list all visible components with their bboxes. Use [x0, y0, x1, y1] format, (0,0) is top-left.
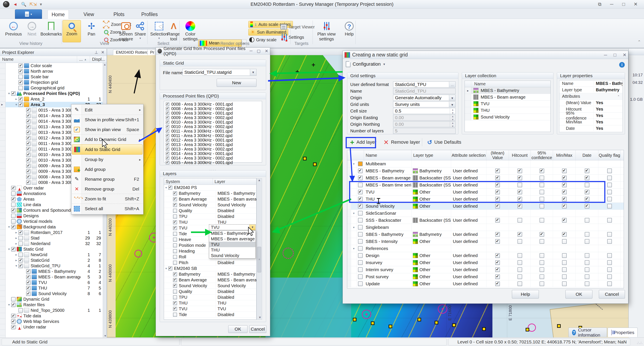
system-checkbox[interactable] — [173, 197, 177, 201]
expander-icon[interactable] — [351, 189, 357, 195]
layer-mapping-row[interactable]: Beam Average MBES - Beam average — [164, 196, 256, 202]
expander-icon[interactable]: ▾ — [7, 225, 11, 229]
range-tool-button[interactable]: ΛRange tool — [164, 20, 183, 43]
grid-layer-row[interactable]: TVU Other User defined — [347, 189, 624, 196]
visibility-checkbox[interactable] — [26, 158, 30, 163]
minmax-checkbox[interactable] — [562, 204, 567, 208]
file-checkbox[interactable] — [166, 134, 169, 138]
mean-value-checkbox[interactable] — [495, 274, 500, 279]
grid-layer-row[interactable]: ▾ Singlebeam — [347, 224, 624, 231]
mean-value-checkbox[interactable] — [495, 183, 500, 187]
dialog-title-bar[interactable]: Generate Grid from Processed Point files… — [156, 48, 270, 54]
cancel-button[interactable]: Cancel — [599, 290, 625, 299]
qpd-file-item[interactable]: 0009 - Area 3 300kHz - 0002.qpd — [166, 116, 262, 120]
context-menu-item[interactable]: Add to Static Grid — [72, 144, 142, 155]
help-button[interactable]: ?Help — [340, 20, 358, 43]
layer-checkbox[interactable] — [358, 204, 363, 208]
expander-icon[interactable]: ▸ — [14, 258, 18, 262]
visibility-checkbox[interactable] — [11, 91, 16, 96]
mean-value-checkbox[interactable] — [495, 204, 500, 208]
qpd-file-item[interactable]: 0012 - Area 3 300kHz - 0001.qpd — [166, 138, 262, 143]
visibility-checkbox[interactable] — [11, 303, 16, 307]
date-checkbox[interactable] — [585, 183, 590, 187]
qpd-file-item[interactable]: 0008 - Area 3 300kHz - 0002.qpd — [166, 107, 262, 111]
visibility-checkbox[interactable] — [11, 197, 16, 201]
system-checkbox[interactable] — [173, 238, 177, 242]
attribute-selection[interactable]: User defined — [451, 238, 486, 245]
minmax-checkbox[interactable] — [562, 183, 567, 187]
confidence95-checkbox[interactable] — [540, 197, 544, 201]
tree-row[interactable]: ▸ StaticGrid 2 8 — [6, 257, 103, 263]
visibility-checkbox[interactable] — [26, 275, 30, 279]
layer-mapping-row[interactable]: THU THU — [164, 300, 256, 306]
tree-row[interactable]: ▾ Processed Point files (QPD) — [6, 91, 103, 96]
attribute-row[interactable]: DateYes — [560, 125, 622, 132]
configuration-menu[interactable]: Configuration▼ — [346, 61, 386, 67]
qpd-file-item[interactable]: 0014 - Area 3 300kHz - 0002.qpd — [166, 156, 262, 160]
expander-icon[interactable] — [351, 168, 357, 174]
tree-row[interactable]: Under radar — [6, 324, 103, 330]
mean-value-checkbox[interactable] — [495, 267, 500, 272]
qpd-file-item[interactable]: 0009 - Area 3 300kHz - 0001.qpd — [166, 111, 262, 116]
field-side-control[interactable]: ▼ — [449, 95, 456, 101]
field-side-control[interactable]: ▲▼ — [450, 115, 456, 120]
layer-name[interactable]: SBES - Intensity — [364, 238, 412, 245]
file-name-combo[interactable]: StaticGrid_TPU.statgrid▼ — [182, 69, 256, 76]
minmax-checkbox[interactable] — [562, 232, 567, 237]
quality-flag-checkbox[interactable] — [607, 190, 612, 194]
minmax-checkbox[interactable] — [562, 175, 567, 180]
cursor-information-tab[interactable]: ?Cursor information — [568, 328, 607, 337]
quality-flag-checkbox[interactable] — [607, 253, 612, 258]
layer-checkbox[interactable] — [358, 218, 363, 223]
visibility-checkbox[interactable] — [11, 208, 16, 212]
layer-checkbox[interactable] — [358, 175, 363, 180]
date-checkbox[interactable] — [585, 190, 590, 194]
quality-flag-checkbox[interactable] — [607, 232, 612, 237]
visibility-checkbox[interactable] — [18, 63, 23, 68]
layer-value[interactable]: Disabled — [216, 260, 256, 265]
layer-mapping-row[interactable]: TPU Disabled — [164, 295, 256, 300]
system-checkbox[interactable] — [173, 278, 177, 282]
dropdown-option[interactable]: Sound Velocity — [209, 253, 256, 258]
layer-name[interactable]: Update — [364, 280, 412, 287]
date-checkbox[interactable] — [585, 218, 590, 223]
date-checkbox[interactable] — [585, 253, 590, 258]
dropdown-option[interactable]: MBES - Beam average — [209, 236, 256, 242]
quality-flag-checkbox[interactable] — [607, 267, 612, 272]
zoom-tool-button[interactable]: Zoom — [62, 20, 81, 42]
expander-icon[interactable]: ▾ — [14, 103, 18, 107]
visibility-checkbox[interactable] — [11, 247, 16, 251]
layer-collection-row[interactable]: MBES - Beam average — [465, 94, 550, 101]
layer-checkbox[interactable] — [358, 197, 363, 201]
hitcount-checkbox[interactable] — [518, 239, 522, 244]
target-settings-button[interactable]: Settings — [280, 34, 304, 41]
system-checkbox[interactable] — [173, 284, 177, 288]
layer-mapping-row[interactable]: Beam Average MBES - Beam average — [164, 277, 256, 283]
context-menu-item[interactable]: Add to Dynamic Grid ▸ — [72, 135, 142, 144]
layer-mapping-row[interactable]: TPU Disabled — [164, 214, 256, 219]
system-checkbox[interactable] — [173, 255, 177, 259]
field-input[interactable]: Generate Automatically▼ — [393, 95, 456, 101]
layer-value[interactable]: Disabled — [216, 289, 256, 294]
layer-checkbox[interactable] — [358, 225, 363, 230]
qpd-file-item[interactable]: 0014 - Area 3 300kHz - 0001.qpd — [166, 151, 262, 156]
visibility-checkbox[interactable] — [18, 80, 23, 85]
file-checkbox[interactable] — [166, 129, 169, 133]
grid-layer-row[interactable]: SBES - Bathymetry Bathymetry User define… — [347, 231, 624, 238]
visibility-checkbox[interactable] — [18, 308, 23, 313]
tab-plots[interactable]: Plots — [110, 10, 128, 19]
layer-value[interactable]: MBES - Bathymetry — [216, 191, 256, 196]
visibility-checkbox[interactable] — [18, 69, 23, 74]
tree-row[interactable]: TVU 6 4 — [6, 280, 103, 285]
field-input[interactable]: Survey units▼ — [393, 101, 456, 107]
bookmarks-button[interactable]: Bookmarks — [42, 20, 60, 43]
layer-mapping-row[interactable]: TVU TVU — [164, 306, 256, 312]
quality-flag-checkbox[interactable] — [607, 239, 612, 244]
previous-button[interactable]: ←Previous — [4, 20, 23, 43]
attribute-selection[interactable]: User defined — [451, 252, 486, 259]
grid-layer-row[interactable]: ▾ References — [347, 245, 624, 252]
mean-value-checkbox[interactable] — [495, 260, 500, 265]
date-checkbox[interactable] — [585, 239, 590, 244]
layer-name[interactable]: Singlebeam — [364, 224, 412, 231]
tree-row[interactable]: Ned_Topo_25000 1 1 — [6, 308, 103, 313]
